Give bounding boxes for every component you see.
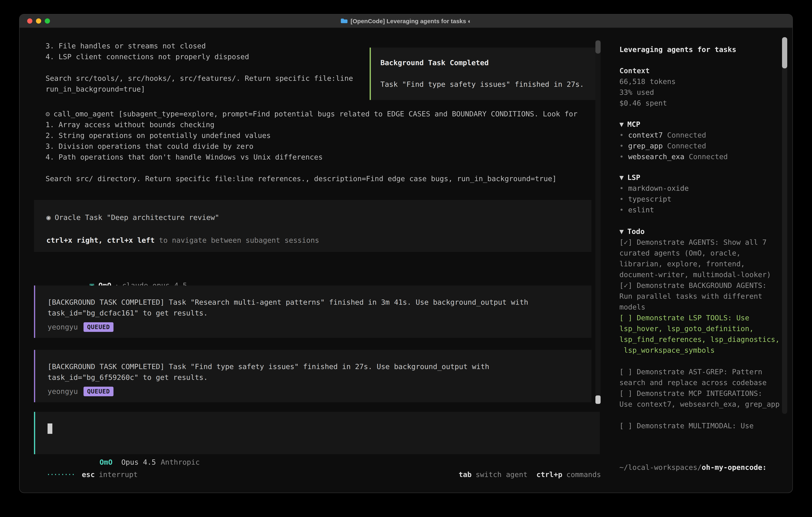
lsp-item: •eslint (619, 204, 793, 215)
context-used: 33% used (619, 87, 793, 98)
oracle-task-title: ◉Oracle Task "Deep architecture review" (46, 212, 591, 223)
tool-call-line: 3. Division operations that could divide… (46, 141, 577, 152)
message-text: [BACKGROUND TASK COMPLETED] Task "Find t… (48, 361, 580, 383)
oracle-title-text: Oracle Task "Deep architecture review" (55, 213, 220, 221)
sidebar-scrollbar[interactable] (782, 37, 787, 414)
log-line (46, 62, 353, 73)
main-scrollbar-thumb-top[interactable] (596, 40, 601, 54)
tool-call-line: 2. String operations on potentially unde… (46, 130, 577, 141)
log-line: Search src/tools/, src/hooks/, src/featu… (46, 73, 353, 84)
context-spent: $0.46 spent (619, 98, 793, 108)
toast-body: Task "Find type safety issues" finished … (380, 79, 600, 89)
mcp-item: •websearch_exaConnected (619, 151, 793, 162)
lsp-name: eslint (628, 206, 654, 214)
mcp-name: context7 (628, 131, 663, 139)
subagent-nav-hint: ctrl+x right, ctrl+x left to navigate be… (46, 235, 591, 245)
hint-keys: ctrl+x right, ctrl+x left (46, 236, 155, 244)
lsp-name: markdown-oxide (628, 184, 689, 192)
message-text: [BACKGROUND TASK COMPLETED] Task "Resear… (48, 297, 580, 318)
tool-call-line: 4. Path operations that don't handle Win… (46, 152, 577, 162)
minimize-window-button[interactable] (36, 19, 41, 24)
todo-item: [✓] Demonstrate BACKGROUND AGENTS: Run p… (619, 280, 783, 312)
sidebar-scrollbar-thumb[interactable] (782, 37, 787, 69)
zoom-window-button[interactable] (45, 19, 50, 24)
mcp-status: Connected (667, 131, 706, 139)
todo-heading: ▼Todo (619, 226, 793, 237)
log-line: 3. File handles or streams not closed (46, 40, 353, 51)
window-title: [OpenCode] Leveraging agents for tasks ◐ (351, 18, 471, 24)
tool-call-line (46, 162, 577, 173)
lsp-name: typescript (628, 195, 671, 203)
text-cursor (48, 424, 52, 434)
queued-badge: QUEUED (84, 322, 114, 332)
sidebar: Leveraging agents for tasks Context 66,5… (611, 28, 793, 493)
background-task-toast: Background Task Completed Task "Find typ… (370, 48, 600, 100)
todo-item: [ ] Demonstrate MULTIMODAL: Use (619, 420, 783, 431)
context-section: Context 66,518 tokens 33% used $0.46 spe… (619, 65, 793, 108)
mcp-name: grep_app (628, 141, 663, 150)
background-task-message: [BACKGROUND TASK COMPLETED] Task "Find t… (34, 350, 591, 402)
mcp-item: •grep_appConnected (619, 140, 793, 151)
queued-badge: QUEUED (84, 386, 114, 396)
ctrlp-key-label: commands (567, 469, 601, 480)
lsp-section: ▼LSP •markdown-oxide •typescript •eslint (619, 172, 793, 215)
workspace-line: ~/local-workspaces/oh-my-opencode: (619, 462, 783, 472)
main-scrollbar[interactable] (596, 40, 601, 404)
mcp-name: websearch_exa (628, 152, 685, 161)
bullet-icon: • (619, 131, 624, 139)
mcp-heading: ▼MCP (619, 119, 793, 130)
hint-text: to navigate between subagent sessions (155, 236, 319, 244)
status-bar: ········ esc interrupt tab switch agent … (46, 469, 601, 480)
oracle-icon: ◉ (46, 213, 51, 221)
tab-key-hint: tab (459, 469, 471, 480)
collapse-arrow-icon: ▼ (619, 120, 624, 128)
esc-key-hint: esc (82, 469, 95, 480)
opencode-window: [OpenCode] Leveraging agents for tasks ◐… (19, 14, 793, 493)
bullet-icon: • (619, 206, 624, 214)
message-meta: yeongyu QUEUED (48, 322, 579, 332)
todo-item: [✓] Demonstrate AGENTS: Show all 7 curat… (619, 237, 783, 280)
terminal-main-pane: 3. File handles or streams not closed 4.… (20, 28, 611, 493)
lsp-item: •markdown-oxide (619, 183, 793, 193)
tool-call-line: Search src/ directory. Return specific f… (46, 173, 577, 184)
tool-call-line: 1. Array access without bounds checking (46, 119, 577, 130)
workspace-repo: oh-my-opencode: (702, 463, 766, 471)
background-task-message: [BACKGROUND TASK COMPLETED] Task "Resear… (34, 285, 591, 338)
session-title: Leveraging agents for tasks (619, 44, 793, 55)
lsp-heading: ▼LSP (619, 172, 793, 183)
workspace-path: ~/local-workspaces/oh-my-opencode: maste… (619, 440, 783, 493)
assistant-output-block: 3. File handles or streams not closed 4.… (46, 40, 353, 94)
lsp-heading-text: LSP (628, 173, 640, 182)
ctrlp-key-hint: ctrl+p (536, 469, 562, 480)
todo-section: ▼Todo [✓] Demonstrate AGENTS: Show all 7… (619, 226, 793, 431)
close-window-button[interactable] (27, 19, 32, 24)
bullet-icon: • (619, 195, 624, 203)
todo-heading-text: Todo (628, 227, 645, 236)
traffic-lights (27, 19, 50, 24)
bullet-icon: • (619, 141, 624, 150)
mcp-status: Connected (689, 152, 728, 161)
message-author: yeongyu (48, 386, 78, 397)
esc-key-label: interrupt (99, 469, 138, 480)
main-scrollbar-thumb[interactable] (596, 396, 601, 404)
tool-call-header: ⚙call_omo_agent [subagent_type=explore, … (46, 108, 577, 119)
log-line: run_in_background=true] (46, 84, 353, 94)
toast-title: Background Task Completed (380, 57, 600, 68)
window-titlebar[interactable]: [OpenCode] Leveraging agents for tasks ◐ (20, 15, 792, 28)
bullet-icon: • (619, 152, 624, 161)
todo-item: [ ] Demonstrate LSP TOOLS: Use lsp_hover… (619, 312, 783, 355)
bullet-icon: • (619, 184, 624, 192)
message-meta: yeongyu QUEUED (48, 386, 579, 397)
context-tokens: 66,518 tokens (619, 76, 793, 87)
prompt-input[interactable]: OmOOpus 4.5Anthropic (34, 412, 600, 454)
mcp-item: •context7Connected (619, 130, 793, 140)
todo-item: [ ] Demonstrate MCP INTEGRATIONS: Use co… (619, 388, 783, 409)
mcp-heading-text: MCP (628, 120, 640, 128)
log-line: 4. LSP client connections not properly d… (46, 51, 353, 62)
tool-call-header-text: call_omo_agent [subagent_type=explore, p… (54, 110, 578, 118)
gear-icon: ⚙ (46, 110, 50, 118)
tool-call-block: ⚙call_omo_agent [subagent_type=explore, … (46, 108, 577, 184)
mcp-section: ▼MCP •context7Connected •grep_appConnect… (619, 119, 793, 162)
message-author: yeongyu (48, 322, 78, 332)
folder-icon (341, 18, 348, 24)
